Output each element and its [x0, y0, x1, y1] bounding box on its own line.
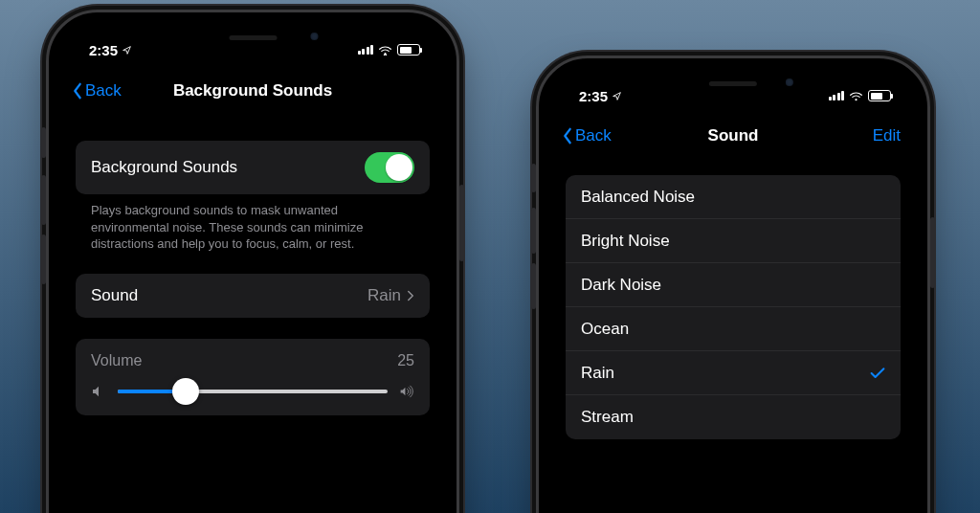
background-sounds-toggle-group: Background Sounds: [76, 141, 430, 194]
sound-label: Sound: [91, 286, 138, 305]
cellular-signal-icon: [829, 91, 845, 100]
sound-row[interactable]: Sound Rain: [76, 274, 430, 318]
wifi-icon: [849, 91, 863, 101]
silence-switch: [531, 164, 536, 192]
power-button: [459, 185, 464, 261]
chevron-right-icon: [407, 290, 414, 301]
sound-option-label: Rain: [581, 364, 614, 383]
battery-icon: [868, 90, 891, 101]
sound-option-label: Ocean: [581, 320, 629, 339]
sound-list: Balanced NoiseBright NoiseDark NoiseOcea…: [566, 175, 901, 439]
sound-option[interactable]: Ocean: [566, 307, 901, 351]
sound-option[interactable]: Stream: [566, 395, 901, 439]
sound-option[interactable]: Dark Noise: [566, 263, 901, 307]
sound-option[interactable]: Rain: [566, 351, 901, 395]
notch: [148, 24, 356, 51]
volume-slider[interactable]: [91, 385, 414, 398]
svg-point-0: [384, 53, 386, 55]
volume-down-button: [531, 263, 536, 309]
back-button[interactable]: Back: [562, 126, 612, 145]
phone-device-left: 2:35 Back: [46, 10, 459, 513]
phone-device-right: 2:35 Back: [536, 56, 930, 513]
location-icon: [122, 45, 132, 56]
sound-value: Rain: [368, 286, 401, 305]
volume-up-button: [41, 175, 46, 225]
notch: [635, 70, 832, 97]
volume-row: Volume 25: [76, 339, 430, 415]
wifi-icon: [378, 45, 392, 56]
sound-option-label: Bright Noise: [581, 232, 670, 251]
volume-value: 25: [397, 352, 414, 369]
speaker-low-icon: [91, 385, 106, 398]
volume-label: Volume: [91, 352, 142, 369]
svg-point-1: [855, 99, 857, 100]
edit-button[interactable]: Edit: [873, 126, 901, 145]
background-sounds-toggle[interactable]: [365, 152, 414, 183]
back-label: Back: [575, 126, 612, 145]
power-button: [930, 217, 935, 288]
chevron-left-icon: [562, 127, 573, 145]
cellular-signal-icon: [358, 45, 374, 55]
volume-slider-thumb[interactable]: [172, 378, 199, 405]
sound-option-label: Dark Noise: [581, 276, 661, 295]
screen-left: 2:35 Back: [60, 24, 445, 513]
nav-bar: Back Background Sounds: [60, 70, 445, 112]
sound-option-label: Stream: [581, 408, 634, 427]
speaker-high-icon: [399, 385, 414, 398]
sound-option-label: Balanced Noise: [581, 188, 695, 207]
background-sounds-description: Plays background sounds to mask unwanted…: [76, 194, 430, 253]
checkmark-icon: [870, 367, 885, 380]
sound-selection-group: Sound Rain: [76, 274, 430, 318]
back-label: Back: [85, 81, 122, 100]
background-sounds-toggle-row[interactable]: Background Sounds: [76, 141, 430, 194]
status-time: 2:35: [89, 42, 118, 58]
screen-right: 2:35 Back: [550, 70, 916, 513]
sound-option[interactable]: Bright Noise: [566, 219, 901, 263]
back-button[interactable]: Back: [72, 81, 122, 100]
volume-group: Volume 25: [76, 339, 430, 415]
chevron-left-icon: [72, 82, 83, 100]
sound-option[interactable]: Balanced Noise: [566, 175, 901, 219]
location-icon: [612, 91, 622, 101]
volume-up-button: [531, 208, 536, 254]
volume-down-button: [41, 234, 46, 284]
nav-bar: Back Sound Edit: [550, 116, 916, 156]
status-time: 2:35: [579, 88, 608, 104]
battery-icon: [397, 44, 420, 56]
toggle-label: Background Sounds: [91, 158, 237, 177]
silence-switch: [41, 127, 46, 158]
